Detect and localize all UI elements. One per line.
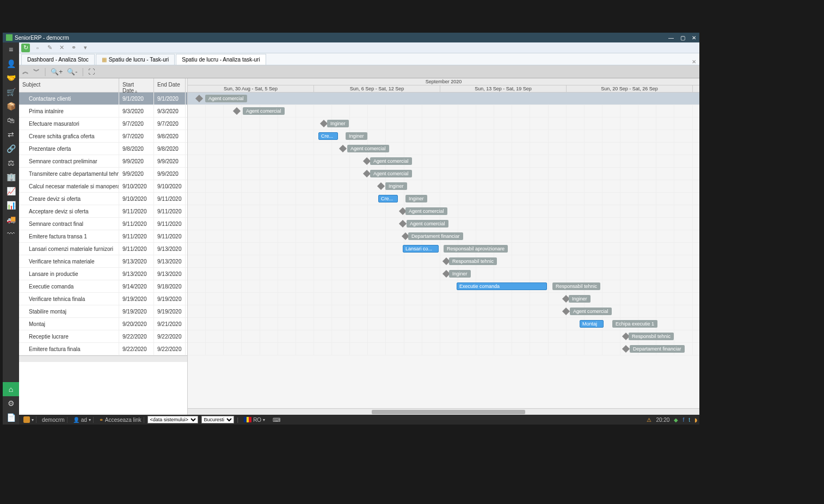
box-icon[interactable]: 📦 [3,99,19,113]
menu-icon[interactable]: ≡ [3,42,19,57]
gantt-milestone[interactable] [233,107,241,115]
bars-icon[interactable]: 📊 [3,198,19,212]
collapse-all-button[interactable]: ︽ [22,67,29,76]
lang-dropdown[interactable]: ▾ [263,417,265,422]
task-row[interactable]: Stabilire montaj 9/19/2020 9/19/2020 [19,305,187,318]
task-row[interactable]: Verificare tehnica materiale 9/13/2020 9… [19,255,187,268]
warning-icon[interactable]: ⚠ [647,417,651,423]
gantt-task-bar[interactable]: Executie comanda [457,282,547,290]
scrollbar-thumb[interactable] [372,410,525,414]
gantt-milestone[interactable] [377,182,385,190]
gantt-task-bar[interactable]: Cre... [378,195,398,202]
report-icon[interactable]: 📄 [3,410,19,425]
task-row[interactable]: Semnare contract preliminar 9/9/2020 9/9… [19,155,187,168]
task-row[interactable]: Emitere factura finala 9/22/2020 9/22/20… [19,343,187,355]
task-row[interactable]: Verificare tehnica finala 9/19/2020 9/19… [19,293,187,305]
gantt-resource-label: Responsabil tehnic [552,282,600,290]
task-row[interactable]: Montaj 9/20/2020 9/21/2020 [19,318,187,330]
dropdown-button[interactable]: ▾ [81,44,90,52]
gantt-milestone[interactable] [622,345,630,353]
statusbar: ▾ democrm 👤ad▾ ⚭Acceseaza link <data sis… [19,415,699,425]
task-row[interactable]: Contactare clienti 9/1/2020 9/1/2020 [19,93,187,105]
minimize-button[interactable]: — [668,35,674,41]
scales-icon[interactable]: ⚖ [3,156,19,170]
status-city-select[interactable]: Bucuresti [201,416,234,423]
task-row[interactable]: Creare schita grafica oferta 9/7/2020 9/… [19,130,187,143]
link-icon[interactable]: 🔗 [3,142,19,156]
gantt-row: Lansari co...Responsabil aprovizionare [188,243,699,255]
document-tabs: Dashboard - Analiza Stoc ▦Spatiu de lucr… [19,53,699,65]
task-row[interactable]: Creare deviz si oferta 9/10/2020 9/11/20… [19,193,187,205]
user-dropdown[interactable]: ▾ [89,417,91,422]
twitter-icon[interactable]: t [688,417,690,423]
task-row[interactable]: Prima intalnire 9/3/2020 9/3/2020 [19,105,187,118]
task-row[interactable]: Lansari comenzi materiale furnizori 9/11… [19,243,187,255]
cell-end: 9/8/2020 [154,130,186,142]
gantt-milestone[interactable] [399,220,407,228]
chart-icon[interactable]: 📈 [3,184,19,198]
gantt-milestone[interactable] [363,170,371,177]
task-row[interactable]: Emitere factura transa 1 9/11/2020 9/11/… [19,230,187,243]
gantt-milestone[interactable] [195,95,203,102]
gantt-milestone[interactable] [339,145,347,152]
cell-start: 9/7/2020 [119,130,154,142]
facebook-icon[interactable]: f [682,417,684,423]
wave-icon[interactable]: 〰 [3,226,19,241]
save-button[interactable]: ▫ [33,44,42,52]
link-button[interactable]: ⚭ [69,44,78,52]
task-row[interactable]: Lansare in productie 9/13/2020 9/13/2020 [19,268,187,280]
gantt-milestone[interactable] [562,308,570,315]
rss-icon[interactable]: ◗ [694,417,697,423]
fit-button[interactable]: ⛶ [88,68,95,76]
cell-subject: Executie comanda [19,280,119,292]
dropdown-icon[interactable]: ▾ [32,417,34,422]
user-icon[interactable]: 👤 [3,57,19,71]
shop-icon[interactable]: 🛍 [3,113,19,127]
home-icon[interactable]: ⌂ [3,382,19,396]
tab-workspace-analysis[interactable]: Spatiu de lucru - Analiza task-uri [176,54,266,65]
grid-hscrollbar[interactable] [19,355,187,362]
column-start-date[interactable]: Start Date▵ [119,78,154,92]
gantt-milestone[interactable] [363,157,371,165]
gantt-row: Inginer [188,268,699,280]
task-row[interactable]: Efectuare masuratori 9/7/2020 9/7/2020 [19,118,187,130]
expand-all-button[interactable]: ︾ [33,67,40,76]
sync-icon[interactable]: ◆ [674,417,678,423]
gantt-task-bar[interactable]: Montaj [580,320,604,328]
status-link[interactable]: Acceseaza link [105,417,142,423]
task-row[interactable]: Acceptare deviz si oferta 9/11/2020 9/11… [19,205,187,218]
gantt-task-bar[interactable]: Lansari co... [403,245,439,253]
column-subject[interactable]: Subject [19,78,119,92]
tab-workspace-tasks[interactable]: ▦Spatiu de lucru - Task-uri [96,54,175,65]
truck-icon[interactable]: 🚚 [3,212,19,226]
transfer-icon[interactable]: ⇄ [3,127,19,142]
task-row[interactable]: Receptie lucrare 9/22/2020 9/22/2020 [19,330,187,343]
delete-button[interactable]: ✕ [57,44,66,52]
task-row[interactable]: Prezentare oferta 9/8/2020 9/8/2020 [19,143,187,155]
cart-icon[interactable]: 🛒 [3,85,19,99]
zoom-in-button[interactable]: 🔍+ [51,68,63,76]
task-row[interactable]: Semnare contract final 9/11/2020 9/11/20… [19,218,187,230]
hand-icon[interactable]: 🤝 [3,71,19,85]
keyboard-icon[interactable]: ⌨ [273,417,280,423]
maximize-button[interactable]: ▢ [680,35,685,41]
task-row[interactable]: Calcul necesar materiale si manopera 9/1… [19,180,187,193]
gantt-task-bar[interactable]: Cre... [318,132,338,140]
tab-close-button[interactable]: ✕ [692,59,696,65]
link-status-icon: ⚭ [99,417,103,423]
task-row[interactable]: Executie comanda 9/14/2020 9/18/2020 [19,280,187,293]
zoom-out-button[interactable]: 🔍- [67,68,77,76]
edit-button[interactable]: ✎ [45,44,54,52]
status-date-select[interactable]: <data sistemului> [147,416,198,423]
gantt-resource-label: Echipa executie 1 [612,320,657,328]
task-row[interactable]: Transmitere catre departamentul tehnic 9… [19,168,187,180]
refresh-button[interactable]: ↻ [21,44,30,52]
gantt-milestone[interactable] [320,120,328,127]
gantt-hscrollbar[interactable] [188,408,699,415]
gear-icon[interactable]: ⚙ [3,396,19,410]
column-end-date[interactable]: End Date [154,78,186,92]
building-icon[interactable]: 🏢 [3,170,19,184]
close-button[interactable]: ✕ [692,35,696,41]
tab-dashboard[interactable]: Dashboard - Analiza Stoc [21,54,95,65]
gantt-row: Departament financiar [188,343,699,355]
